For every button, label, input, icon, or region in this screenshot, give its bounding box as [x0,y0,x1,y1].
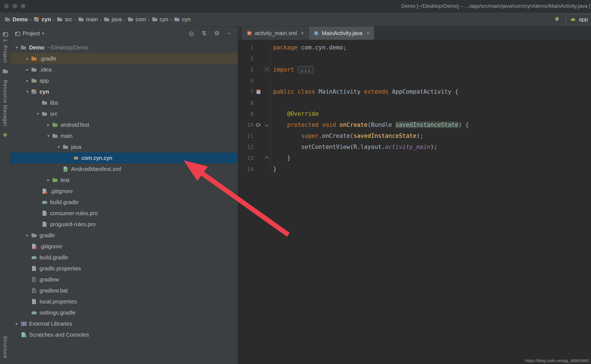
folder-icon[interactable] [2,68,8,74]
breadcrumb-item-cyn-6[interactable]: cyn [152,16,168,23]
editor-tab-mainactivity-java[interactable]: MainActivity.java× [309,27,374,40]
minimize-window-button[interactable] [12,4,17,9]
tree-item-gradlew[interactable]: gradlew [11,274,238,285]
tree-item-label: java [71,144,81,150]
tree-item-gradle-properties[interactable]: gradle.properties [11,263,238,274]
expand-arrow-icon[interactable]: ▸ [13,321,20,326]
gutter-icons [253,163,263,175]
tree-item-androidmanifest-xml[interactable]: AndroidManifest.xml [11,163,238,175]
line-number: 2 [238,53,253,64]
expand-arrow-icon[interactable]: ▾ [24,89,31,94]
tree-item-idea[interactable]: ▸.idea [11,64,238,75]
gradle-file-icon [31,254,37,260]
tool-window-button-1-project[interactable]: 1: Project [2,31,8,63]
code-editor[interactable]: 1package com.cyn.demo;23+import ...67pub… [238,40,591,364]
breadcrumb-item-java-4[interactable]: java [104,16,122,23]
code-text: public class MainActivity extends AppCom… [270,86,591,97]
tree-item-gradle[interactable]: ▸.gradle [11,53,238,64]
tree-item-cyn[interactable]: ▾cyn [11,86,238,97]
expand-arrow-icon[interactable]: ▸ [24,78,31,83]
fold-expand-icon[interactable]: + [264,67,269,72]
expand-arrow-icon[interactable]: ▾ [55,144,62,149]
expand-arrow-icon[interactable]: ▾ [13,45,20,50]
expand-arrow-icon[interactable]: ▾ [34,111,41,116]
tree-item-label: gradle [40,232,55,239]
line-number: 7 [238,86,253,97]
tree-item-java[interactable]: ▾java [11,141,238,152]
settings-gear-icon[interactable]: ⚙ [214,30,219,36]
tree-item-gitignore[interactable]: .gitignore [11,186,238,197]
tree-item-label: .gitignore [50,188,73,194]
run-configuration-selector[interactable]: app [566,14,591,25]
tree-item-label: .idea [40,67,51,73]
tree-item-gitignore[interactable]: .gitignore [11,241,238,252]
gutter-icons[interactable] [253,119,263,130]
tool-icon[interactable] [2,132,8,138]
expand-arrow-icon[interactable]: ▸ [24,233,31,238]
tree-item-label: libs [50,100,58,106]
package-icon [73,155,79,161]
code-token: activity_main [385,144,430,150]
expand-arrow-icon[interactable]: ▸ [45,122,52,127]
tree-item-consumer-rules-pro[interactable]: consumer-rules.pro [11,208,238,219]
breadcrumb-item-com-5[interactable]: com [127,16,146,23]
tree-item-libs[interactable]: libs [11,97,238,108]
close-tab-icon[interactable]: × [366,30,370,36]
breadcrumb-separator: › [100,16,102,23]
tree-item-build-gradle[interactable]: build.gradle [11,197,238,208]
expand-arrow-icon[interactable]: ▸ [45,178,52,183]
project-view-icon [14,30,20,36]
tree-item-test[interactable]: ▸test [11,175,238,186]
build-hammer-icon[interactable] [554,16,560,22]
breadcrumb-label: cyn [160,16,168,23]
fold-collapse-icon[interactable] [265,123,269,127]
tree-item-external-libraries[interactable]: ▸External Libraries [11,318,238,329]
tree-item-label: gradlew [40,276,59,283]
chevron-down-icon[interactable]: ▾ [42,31,44,36]
locate-icon[interactable]: ◎ [189,30,194,36]
tree-item-androidtest[interactable]: ▸androidTest [11,119,238,130]
tree-item-gradlew-bat[interactable]: gradlew.bat [11,285,238,296]
tool-window-button-resource-manager[interactable]: Resource Manager [2,80,8,126]
gutter-icons[interactable] [253,86,263,97]
close-window-button[interactable] [4,4,9,9]
tree-item-scratches-and-consoles[interactable]: Scratches and Consoles [11,329,238,340]
collapse-all-icon[interactable]: ⇅ [202,30,206,36]
breadcrumb-item-main-3[interactable]: main [78,16,98,23]
tree-item-src[interactable]: ▾src [11,108,238,119]
fold-end-icon[interactable] [265,156,269,160]
tree-item-label: cyn [40,89,49,95]
folder-test-icon [52,122,58,128]
code-token: MainActivity [315,88,364,95]
tree-item-gradle[interactable]: ▸gradle [11,230,238,241]
tree-item-build-gradle[interactable]: build.gradle [11,252,238,263]
project-panel-title[interactable]: Project [23,30,40,37]
gutter-icons [253,141,263,152]
code-line: 12 setContentView(R.layout.activity_main… [238,141,591,152]
code-token: protected [287,122,319,128]
close-tab-icon[interactable]: × [301,30,304,36]
tree-item-com-cyn-cyn[interactable]: com.cyn.cyn [11,152,238,163]
tree-item-settings-gradle[interactable]: settings.gradle [11,307,238,318]
editor-tab-activity-main-xml[interactable]: activity_main.xml× [242,27,309,40]
hide-panel-icon[interactable]: − [227,30,231,36]
fold-column [263,42,270,53]
tree-item-demo[interactable]: ▾Demo~/Desktop/Demo [11,42,238,53]
zoom-window-button[interactable] [21,4,25,9]
code-token [273,122,287,128]
breadcrumb-item-src-2[interactable]: src [57,16,72,23]
breadcrumb-item-cyn-1[interactable]: cyn [33,16,51,23]
tree-item-local-properties[interactable]: local.properties [11,296,238,307]
tree-item-main[interactable]: ▾main [11,130,238,141]
code-token: onCreate [339,122,367,128]
tree-item-app[interactable]: ▸app [11,75,238,86]
expand-arrow-icon[interactable]: ▸ [24,67,31,72]
breadcrumb-item-cyn-7[interactable]: cyn [174,16,190,23]
breadcrumb-item-demo-0[interactable]: Demo [4,16,28,23]
expand-arrow-icon[interactable]: ▾ [45,133,52,138]
tree-item-proguard-rules-pro[interactable]: proguard-rules.pro [11,219,238,230]
code-text: import ... [270,64,591,75]
folder-icon [127,16,134,22]
tool-window-button-structure[interactable]: Structure [2,336,8,358]
expand-arrow-icon[interactable]: ▸ [24,56,31,61]
